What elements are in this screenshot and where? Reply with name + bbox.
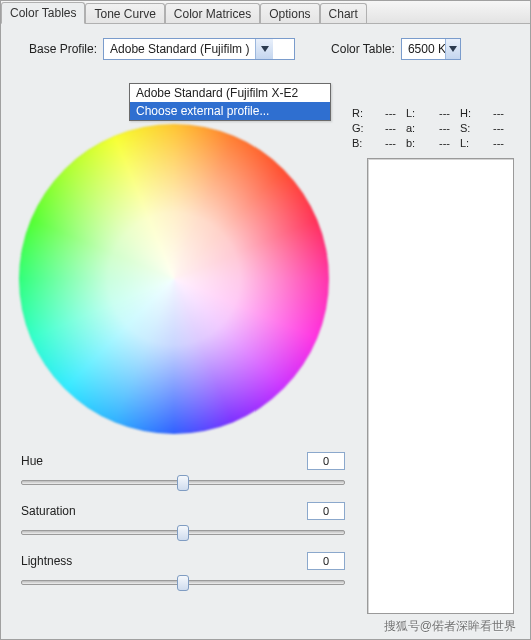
readout-row: G:--- a:--- S:--- — [352, 121, 512, 136]
app-window: Color Tables Tone Curve Color Matrices O… — [0, 0, 531, 640]
saturation-slider[interactable] — [21, 524, 345, 538]
hue-slider-row: Hue 0 — [21, 452, 345, 488]
color-list-panel[interactable] — [367, 158, 514, 614]
color-table-value: 6500 K — [402, 41, 445, 57]
saturation-label: Saturation — [21, 504, 76, 518]
dropdown-item-adobe-standard[interactable]: Adobe Standard (Fujifilm X-E2 — [130, 84, 330, 102]
tabs: Color Tables Tone Curve Color Matrices O… — [1, 1, 530, 23]
lightness-value-field[interactable]: 0 — [307, 552, 345, 570]
base-profile-dropdown[interactable]: Adobe Standard (Fujifilm X-E2 Choose ext… — [129, 83, 331, 121]
tab-color-matrices[interactable]: Color Matrices — [165, 3, 260, 24]
lightness-label: Lightness — [21, 554, 72, 568]
lightness-thumb[interactable] — [177, 575, 189, 591]
readout-row: B:--- b:--- L:--- — [352, 136, 512, 151]
lightness-slider[interactable] — [21, 574, 345, 588]
color-readout: R:--- L:--- H:--- G:--- a:--- S:--- B:--… — [352, 106, 512, 151]
hue-slider[interactable] — [21, 474, 345, 488]
base-profile-value: Adobe Standard (Fujifilm ) — [104, 41, 255, 57]
hue-value-field[interactable]: 0 — [307, 452, 345, 470]
base-profile-combo[interactable]: Adobe Standard (Fujifilm ) — [103, 38, 295, 60]
lightness-slider-row: Lightness 0 — [21, 552, 345, 588]
dropdown-item-choose-external[interactable]: Choose external profile... — [130, 102, 330, 120]
hue-label: Hue — [21, 454, 43, 468]
color-table-combo[interactable]: 6500 K — [401, 38, 461, 60]
tab-color-tables[interactable]: Color Tables — [1, 2, 85, 24]
hue-thumb[interactable] — [177, 475, 189, 491]
tab-chart[interactable]: Chart — [320, 3, 367, 24]
color-wheel[interactable] — [19, 124, 329, 434]
sliders: Hue 0 Saturation 0 — [21, 452, 345, 602]
saturation-slider-row: Saturation 0 — [21, 502, 345, 538]
base-profile-label: Base Profile: — [29, 42, 97, 56]
readout-row: R:--- L:--- H:--- — [352, 106, 512, 121]
tab-tone-curve[interactable]: Tone Curve — [85, 3, 164, 24]
content: Base Profile: Adobe Standard (Fujifilm )… — [1, 23, 530, 640]
tab-options[interactable]: Options — [260, 3, 319, 24]
saturation-value-field[interactable]: 0 — [307, 502, 345, 520]
chevron-down-icon[interactable] — [255, 39, 273, 59]
color-table-label: Color Table: — [331, 42, 395, 56]
top-row: Base Profile: Adobe Standard (Fujifilm )… — [1, 38, 530, 60]
chevron-down-icon[interactable] — [445, 39, 460, 59]
saturation-thumb[interactable] — [177, 525, 189, 541]
